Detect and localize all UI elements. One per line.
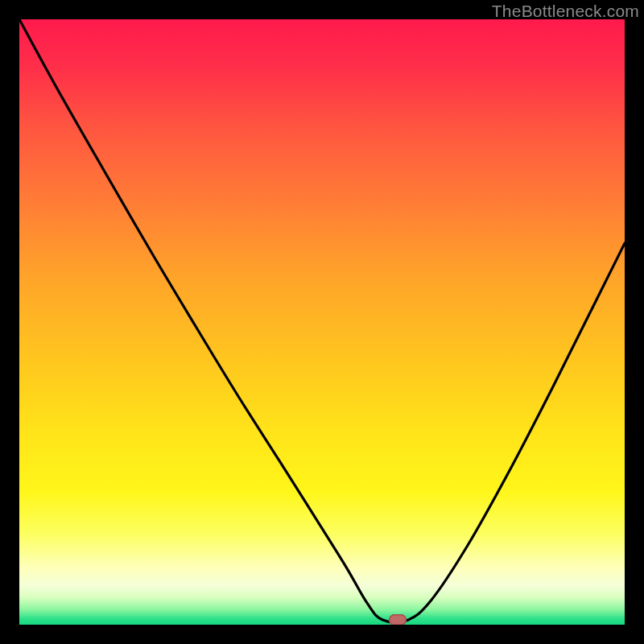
bottleneck-curve (19, 19, 625, 625)
chart-frame: TheBottleneck.com (0, 0, 644, 644)
optimal-point-marker (389, 614, 407, 625)
plot-area (19, 19, 625, 625)
watermark-text: TheBottleneck.com (492, 2, 639, 21)
